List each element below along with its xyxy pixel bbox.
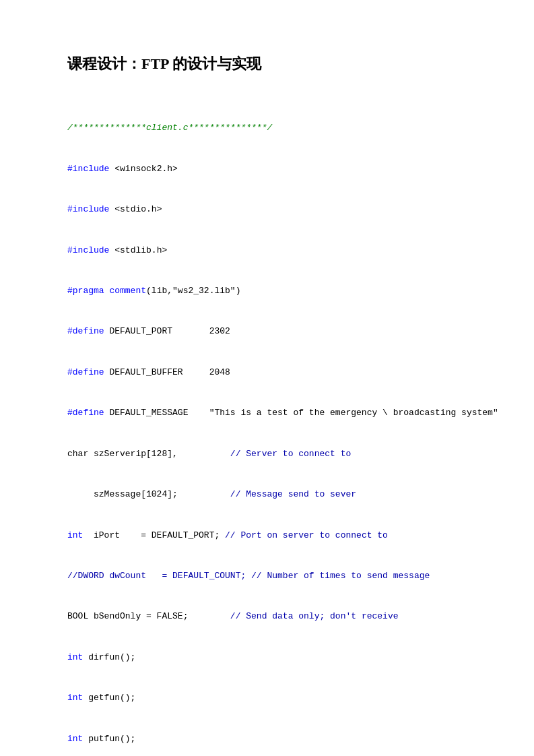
file-comment: /**************client.c***************/ bbox=[67, 121, 467, 135]
bool-sendonly: BOOL bSendOnly = FALSE; // Send data onl… bbox=[67, 610, 467, 623]
var-iport: int iPort = DEFAULT_PORT; // Port on ser… bbox=[67, 529, 467, 542]
define-message: #define DEFAULT_MESSAGE "This is a test … bbox=[67, 406, 467, 420]
func-dirfun: int dirfun(); bbox=[67, 651, 467, 664]
page-title: 课程设计：FTP 的设计与实现 bbox=[67, 54, 467, 74]
var-serverip: char szServerip[128], // Server to conne… bbox=[67, 447, 467, 461]
include-winsock: #include <winsock2.h> bbox=[67, 162, 467, 176]
define-port: #define DEFAULT_PORT 2302 bbox=[67, 325, 467, 338]
include-stdlib: #include <stdlib.h> bbox=[67, 244, 467, 257]
dword-comment: //DWORD dwCount = DEFAULT_COUNT; // Numb… bbox=[67, 569, 467, 583]
func-putfun: int putfun(); bbox=[67, 732, 467, 746]
include-stdio: #include <stdio.h> bbox=[67, 203, 467, 216]
code-block: /**************client.c***************/ … bbox=[67, 94, 467, 756]
var-message: szMessage[1024]; // Message send to seve… bbox=[67, 488, 467, 501]
func-getfun: int getfun(); bbox=[67, 691, 467, 705]
pragma: #pragma comment(lib,"ws2_32.lib") bbox=[67, 284, 467, 298]
define-buffer: #define DEFAULT_BUFFER 2048 bbox=[67, 366, 467, 379]
